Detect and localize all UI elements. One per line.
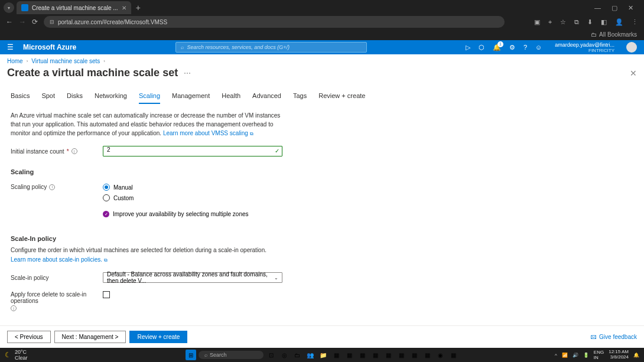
initial-count-input[interactable]: 2 ✓: [103, 146, 282, 156]
tab-disks[interactable]: Disks: [67, 92, 83, 104]
scaling-description: An Azure virtual machine scale set can a…: [11, 111, 282, 138]
search-icon: ⌕: [204, 352, 207, 358]
panel-icon[interactable]: ◧: [601, 18, 607, 26]
chevron-down-icon: ⌄: [274, 275, 278, 281]
close-window-icon[interactable]: ✕: [628, 4, 633, 12]
system-clock[interactable]: 12:15 AM 3/8/2024: [609, 350, 629, 360]
breadcrumb-home[interactable]: Home: [7, 58, 23, 64]
start-button[interactable]: ⊞: [186, 350, 196, 360]
check-circle-icon: ✓: [103, 211, 109, 217]
info-icon[interactable]: i: [11, 305, 17, 311]
chrome-icon[interactable]: ◉: [435, 350, 445, 360]
tab-health[interactable]: Health: [222, 92, 240, 104]
tab-review[interactable]: Review + create: [318, 92, 365, 104]
copilot-icon[interactable]: ⬡: [479, 44, 484, 51]
page-title: Create a virtual machine scale set: [7, 67, 178, 79]
global-search[interactable]: ⌕ Search resources, services, and docs (…: [175, 42, 367, 53]
zones-hint: Improve your availability by selecting m…: [113, 211, 249, 217]
volume-icon[interactable]: 🔊: [573, 353, 578, 358]
profile-icon[interactable]: 👤: [615, 18, 623, 26]
notifications-icon[interactable]: 🔔: [493, 44, 501, 51]
tab-advanced[interactable]: Advanced: [252, 92, 281, 104]
app-icon[interactable]: ▦: [422, 350, 432, 360]
app-icon[interactable]: ▦: [357, 350, 367, 360]
teams-icon[interactable]: 👥: [305, 350, 316, 360]
folder-icon[interactable]: 📁: [318, 350, 328, 360]
user-email: amardeep.yadav@fintri...: [555, 42, 614, 48]
app-icon[interactable]: ▦: [331, 350, 341, 360]
tab-management[interactable]: Management: [172, 92, 210, 104]
site-info-icon[interactable]: ⊟: [50, 19, 54, 25]
scalein-policy-select[interactable]: Default - Balance across availability zo…: [103, 272, 282, 283]
help-icon[interactable]: ?: [523, 44, 527, 51]
radio-icon: [103, 194, 110, 201]
browser-tab[interactable]: Create a virtual machine scale ... ✕: [17, 1, 131, 14]
tray-chevron-icon[interactable]: ^: [555, 353, 557, 358]
more-actions-icon[interactable]: ⋯: [184, 69, 191, 77]
download-icon[interactable]: ⬇: [587, 18, 593, 26]
force-delete-checkbox[interactable]: [103, 291, 110, 298]
app-icon[interactable]: ▦: [344, 350, 354, 360]
tab-scaling[interactable]: Scaling: [139, 92, 160, 104]
external-link-icon: ⧉: [104, 257, 108, 263]
extensions-icon[interactable]: ⧉: [574, 18, 579, 26]
app-icon[interactable]: ▦: [370, 350, 380, 360]
hamburger-icon[interactable]: ☰: [7, 43, 14, 51]
battery-icon[interactable]: 🔋: [583, 353, 589, 358]
all-bookmarks-link[interactable]: All Bookmarks: [599, 31, 637, 38]
minimize-icon[interactable]: —: [594, 4, 601, 12]
scaling-policy-manual[interactable]: Manual: [103, 184, 134, 191]
weather-widget[interactable]: ☾ 20°C Clear: [5, 349, 28, 361]
breadcrumb-vmss[interactable]: Virtual machine scale sets: [31, 58, 100, 64]
tab-spot[interactable]: Spot: [41, 92, 55, 104]
task-view-icon[interactable]: ⊡: [266, 350, 277, 360]
tab-basics[interactable]: Basics: [11, 92, 30, 104]
copilot-icon[interactable]: ◎: [279, 350, 290, 360]
cloud-shell-icon[interactable]: ▷: [466, 44, 470, 51]
tab-networking[interactable]: Networking: [95, 92, 127, 104]
settings-icon[interactable]: ⚙: [509, 44, 515, 51]
url-text: portal.azure.com/#create/Microsoft.VMSS: [58, 19, 167, 25]
menu-icon[interactable]: ⋮: [632, 18, 638, 26]
close-blade-icon[interactable]: ✕: [630, 69, 637, 78]
next-button[interactable]: Next : Management >: [54, 331, 126, 343]
info-icon[interactable]: i: [71, 148, 77, 154]
info-icon[interactable]: i: [49, 184, 55, 190]
feedback-header-icon[interactable]: ☺: [535, 44, 542, 51]
tab-tags[interactable]: Tags: [293, 92, 307, 104]
url-bar[interactable]: ⊟ portal.azure.com/#create/Microsoft.VMS…: [44, 16, 505, 28]
qr-icon[interactable]: ⌖: [548, 18, 552, 26]
user-account[interactable]: amardeep.yadav@fintri... FINTRICITY: [555, 42, 614, 53]
previous-button[interactable]: < Previous: [7, 331, 51, 343]
scalein-description: Configure the order in which virtual mac…: [11, 247, 633, 253]
taskbar-search[interactable]: ⌕ Search: [199, 351, 264, 359]
cast-icon[interactable]: ▣: [534, 18, 540, 26]
app-icon[interactable]: ▦: [396, 350, 406, 360]
give-feedback-link[interactable]: 🖂 Give feedback: [591, 334, 637, 340]
close-tab-icon[interactable]: ✕: [122, 5, 126, 11]
refresh-button[interactable]: ⟳: [32, 18, 38, 26]
language-indicator[interactable]: ENG IN: [594, 350, 604, 360]
vscode-icon[interactable]: ▦: [409, 350, 419, 360]
learn-more-vmss-link[interactable]: Learn more about VMSS scaling ⧉: [163, 130, 253, 136]
scalein-policy-label: Scale-in policy: [11, 275, 103, 281]
avatar[interactable]: [626, 42, 637, 53]
back-button[interactable]: ←: [6, 18, 13, 26]
search-placeholder: Search resources, services, and docs (G+…: [187, 44, 290, 50]
new-tab-button[interactable]: +: [136, 3, 141, 12]
star-icon[interactable]: ☆: [560, 18, 566, 26]
scaling-policy-custom[interactable]: Custom: [103, 194, 134, 201]
tab-dropdown[interactable]: ▾: [4, 2, 14, 13]
explorer-icon[interactable]: 🗀: [292, 350, 303, 360]
forward-button[interactable]: →: [19, 18, 26, 26]
azure-brand[interactable]: Microsoft Azure: [23, 43, 76, 51]
app-icon[interactable]: ▦: [383, 350, 393, 360]
feedback-icon: 🖂: [591, 334, 597, 340]
review-create-button[interactable]: Review + create: [129, 331, 187, 343]
radio-icon: [103, 184, 110, 191]
learn-more-scalein-link[interactable]: Learn more about scale-in policies. ⧉: [11, 256, 108, 263]
terminal-icon[interactable]: ▦: [448, 350, 458, 360]
wifi-icon[interactable]: 📶: [562, 353, 568, 358]
notifications-tray-icon[interactable]: 🔔: [633, 353, 639, 358]
maximize-icon[interactable]: ▢: [612, 4, 617, 12]
